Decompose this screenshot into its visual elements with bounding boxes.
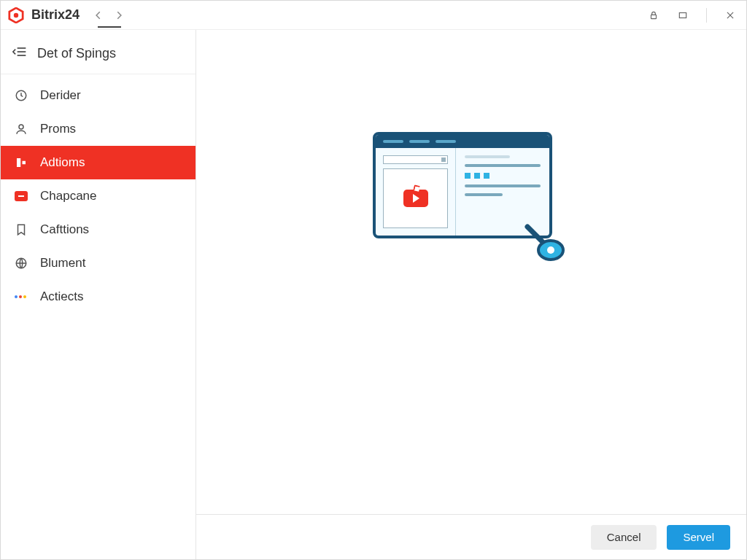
svg-rect-12 [23, 161, 26, 165]
close-icon[interactable] [721, 7, 739, 24]
footer: Cancel Servel [196, 514, 746, 559]
sidebar-item-chapcane[interactable]: Chapcane [1, 179, 196, 213]
submit-button[interactable]: Servel [667, 525, 730, 550]
bookmark-icon [14, 222, 28, 237]
svg-point-1 [14, 12, 18, 17]
main-content: Cancel Servel [196, 30, 746, 559]
svg-point-16 [547, 246, 554, 254]
svg-rect-11 [17, 158, 20, 167]
sidebar-item-label: Blument [40, 256, 85, 271]
person-icon [14, 122, 28, 136]
window-controls [645, 7, 739, 24]
svg-rect-2 [651, 15, 657, 18]
onboarding-illustration [373, 132, 570, 278]
sidebar-item-blument[interactable]: Blument [1, 246, 196, 280]
cancel-button[interactable]: Cancel [591, 525, 657, 550]
clock-icon [14, 88, 28, 103]
nav-active-underline [98, 26, 121, 28]
nav-forward-button[interactable] [110, 7, 128, 24]
sidebar-item-label: Cafttions [40, 222, 89, 237]
svg-rect-3 [679, 12, 686, 18]
illustration-zone [196, 30, 746, 514]
app-name: Bitrix24 [31, 7, 80, 23]
sidebar-item-label: Adtioms [40, 155, 85, 170]
title-bar: Bitrix24 [1, 1, 746, 30]
sidebar-item-label: Actiects [40, 289, 84, 304]
sidebar: Det of Spings Derider Proms Adtioms Chap… [1, 30, 196, 559]
sidebar-item-adtioms[interactable]: Adtioms [1, 146, 196, 179]
play-icon [403, 190, 428, 207]
sidebar-item-cafttions[interactable]: Cafttions [1, 213, 196, 246]
globe-icon [14, 256, 28, 271]
history-nav [90, 7, 128, 24]
page-title: Det of Spings [37, 46, 116, 61]
illus-browser-window [373, 132, 552, 238]
more-dots-icon [14, 289, 28, 304]
maximize-icon[interactable] [674, 7, 692, 24]
titlebar-divider [706, 8, 707, 23]
actions-icon [14, 155, 28, 170]
nav-back-button[interactable] [90, 7, 107, 24]
lock-icon[interactable] [645, 7, 662, 24]
channel-icon [14, 189, 28, 203]
app-window: Bitrix24 [0, 0, 747, 560]
collapse-menu-icon [12, 46, 27, 61]
sidebar-item-derider[interactable]: Derider [1, 79, 196, 112]
sidebar-item-label: Chapcane [40, 189, 97, 203]
body: Det of Spings Derider Proms Adtioms Chap… [1, 30, 746, 559]
sidebar-separator [1, 74, 196, 74]
app-logo-icon [8, 7, 24, 23]
sidebar-item-proms[interactable]: Proms [1, 112, 196, 146]
page-title-row[interactable]: Det of Spings [1, 36, 196, 71]
sidebar-item-actiects[interactable]: Actiects [1, 280, 196, 314]
sidebar-item-label: Derider [40, 88, 81, 103]
svg-point-10 [19, 125, 23, 129]
cursor-icon [525, 224, 568, 271]
sidebar-item-label: Proms [40, 122, 76, 136]
